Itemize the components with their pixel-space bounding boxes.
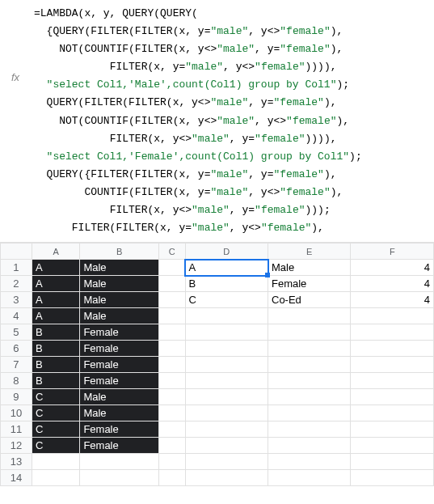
cell-B5[interactable]: Female: [80, 324, 158, 341]
cell-E2[interactable]: Female: [268, 276, 351, 292]
row-header[interactable]: 4: [1, 308, 32, 324]
cell-E10[interactable]: [268, 405, 351, 421]
row-header[interactable]: 12: [1, 438, 32, 454]
cell-A5[interactable]: B: [32, 324, 79, 341]
cell-D2[interactable]: B: [185, 276, 268, 292]
row-header[interactable]: 14: [1, 470, 32, 486]
cell-B14[interactable]: [80, 470, 158, 486]
cell-D8[interactable]: [185, 373, 268, 389]
cell-B4[interactable]: Male: [80, 308, 158, 324]
cell-C14[interactable]: [158, 470, 185, 486]
cell-B9[interactable]: Male: [80, 389, 158, 405]
row-header[interactable]: 6: [1, 341, 32, 357]
cell-F9[interactable]: [351, 389, 434, 405]
cell-A10[interactable]: C: [32, 405, 79, 421]
cell-E5[interactable]: [268, 324, 351, 341]
cell-B11[interactable]: Female: [80, 421, 158, 438]
row-header[interactable]: 2: [1, 276, 32, 292]
cell-A8[interactable]: B: [32, 373, 79, 389]
cell-C10[interactable]: [158, 405, 185, 421]
cell-F3[interactable]: 4: [351, 292, 434, 308]
cell-D1[interactable]: A: [185, 260, 268, 276]
col-header-F[interactable]: F: [351, 244, 434, 260]
cell-F14[interactable]: [351, 470, 434, 486]
cell-A14[interactable]: [32, 470, 79, 486]
cell-B13[interactable]: [80, 454, 158, 470]
cell-F1[interactable]: 4: [351, 260, 434, 276]
cell-A4[interactable]: A: [32, 308, 79, 324]
cell-C6[interactable]: [158, 341, 185, 357]
cell-D13[interactable]: [185, 454, 268, 470]
cell-D5[interactable]: [185, 324, 268, 341]
row-header[interactable]: 10: [1, 405, 32, 421]
cell-C5[interactable]: [158, 324, 185, 341]
row-header[interactable]: 9: [1, 389, 32, 405]
cell-F11[interactable]: [351, 421, 434, 438]
col-header-D[interactable]: D: [185, 244, 268, 260]
cell-E1[interactable]: Male: [268, 260, 351, 276]
cell-E7[interactable]: [268, 357, 351, 373]
cell-A12[interactable]: C: [32, 438, 79, 454]
cell-B10[interactable]: Male: [80, 405, 158, 421]
cell-E13[interactable]: [268, 454, 351, 470]
cell-E11[interactable]: [268, 421, 351, 438]
cell-C12[interactable]: [158, 438, 185, 454]
cell-F13[interactable]: [351, 454, 434, 470]
cell-F2[interactable]: 4: [351, 276, 434, 292]
cell-B3[interactable]: Male: [80, 292, 158, 308]
cell-C9[interactable]: [158, 389, 185, 405]
cell-D12[interactable]: [185, 438, 268, 454]
col-header-C[interactable]: C: [158, 244, 185, 260]
cell-C4[interactable]: [158, 308, 185, 324]
cell-C1[interactable]: [158, 260, 185, 276]
cell-A2[interactable]: A: [32, 276, 79, 292]
cell-A9[interactable]: C: [32, 389, 79, 405]
cell-C7[interactable]: [158, 357, 185, 373]
cell-D9[interactable]: [185, 389, 268, 405]
cell-A1[interactable]: A: [32, 260, 79, 276]
cell-B7[interactable]: Female: [80, 357, 158, 373]
row-header[interactable]: 3: [1, 292, 32, 308]
row-header[interactable]: 1: [1, 260, 32, 276]
cell-D7[interactable]: [185, 357, 268, 373]
cell-B8[interactable]: Female: [80, 373, 158, 389]
cell-F12[interactable]: [351, 438, 434, 454]
cell-F5[interactable]: [351, 324, 434, 341]
cell-E3[interactable]: Co-Ed: [268, 292, 351, 308]
cell-B2[interactable]: Male: [80, 276, 158, 292]
row-header[interactable]: 8: [1, 373, 32, 389]
cell-E8[interactable]: [268, 373, 351, 389]
cell-A7[interactable]: B: [32, 357, 79, 373]
cell-E12[interactable]: [268, 438, 351, 454]
cell-B6[interactable]: Female: [80, 341, 158, 357]
cell-D14[interactable]: [185, 470, 268, 486]
cell-D10[interactable]: [185, 405, 268, 421]
row-header[interactable]: 7: [1, 357, 32, 373]
cell-F8[interactable]: [351, 373, 434, 389]
cell-F4[interactable]: [351, 308, 434, 324]
row-header[interactable]: 13: [1, 454, 32, 470]
cell-C13[interactable]: [158, 454, 185, 470]
cell-D6[interactable]: [185, 341, 268, 357]
cell-B12[interactable]: Female: [80, 438, 158, 454]
row-header[interactable]: 11: [1, 421, 32, 438]
cell-A11[interactable]: C: [32, 421, 79, 438]
cell-A3[interactable]: A: [32, 292, 79, 308]
cell-A13[interactable]: [32, 454, 79, 470]
cell-E9[interactable]: [268, 389, 351, 405]
col-header-E[interactable]: E: [268, 244, 351, 260]
row-header[interactable]: 5: [1, 324, 32, 341]
cell-F10[interactable]: [351, 405, 434, 421]
cell-C2[interactable]: [158, 276, 185, 292]
corner-cell[interactable]: [1, 244, 32, 260]
cell-E14[interactable]: [268, 470, 351, 486]
cell-E4[interactable]: [268, 308, 351, 324]
cell-D4[interactable]: [185, 308, 268, 324]
cell-C11[interactable]: [158, 421, 185, 438]
col-header-B[interactable]: B: [80, 244, 158, 260]
cell-A6[interactable]: B: [32, 341, 79, 357]
formula-content[interactable]: =LAMBDA(x, y, QUERY(QUERY( {QUERY(FILTER…: [31, 3, 434, 239]
cell-C8[interactable]: [158, 373, 185, 389]
cell-D11[interactable]: [185, 421, 268, 438]
cell-D3[interactable]: C: [185, 292, 268, 308]
